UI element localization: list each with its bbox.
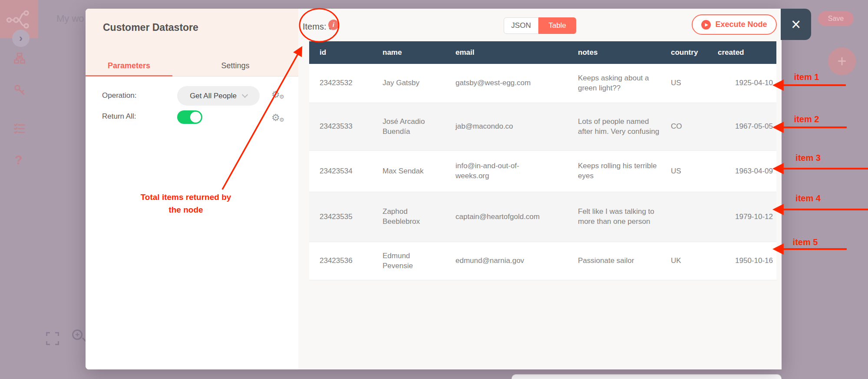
operation-label: Operation: <box>102 91 136 100</box>
col-header-name: name <box>372 41 445 64</box>
cell-id: 23423534 <box>309 166 372 176</box>
cell-created: 1967-05-05 <box>711 122 776 132</box>
chevron-down-icon <box>242 92 248 98</box>
execute-node-button[interactable]: ▶ Execute Node <box>692 14 777 35</box>
tab-settings[interactable]: Settings <box>172 61 298 70</box>
toggle-knob <box>190 112 201 123</box>
panel-header: Customer Datastore Parameters Settings <box>86 9 298 76</box>
executions-checklist-icon[interactable] <box>14 123 25 134</box>
bottom-popup-partial <box>512 374 782 379</box>
execute-node-label: Execute Node <box>715 20 767 29</box>
n8n-logo-glyph <box>6 10 32 29</box>
cell-email: gatsby@west-egg.com <box>445 78 568 88</box>
cell-email: jab@macondo.co <box>445 122 568 132</box>
workflows-sitemap-icon[interactable] <box>14 53 25 64</box>
operation-value: Get All People <box>190 92 237 100</box>
col-header-created: created <box>711 41 776 64</box>
cell-notes: Passionate sailor <box>568 256 664 266</box>
cell-country: CO <box>664 122 711 132</box>
col-header-country: country <box>664 41 711 64</box>
play-glyph: ▶ <box>705 22 709 27</box>
cell-created: 1979-10-12 <box>711 212 776 222</box>
item4-label: item 4 <box>795 193 822 203</box>
table-body: 23423532 Jay Gatsby gatsby@west-egg.com … <box>309 64 776 280</box>
return-all-options-gear-icon[interactable]: ⚙ ⚙ <box>271 112 286 125</box>
col-header-notes: notes <box>568 41 664 64</box>
table-row: 23423534 Max Sendak info@in-and-out-of-w… <box>309 151 776 192</box>
cell-name: Jay Gatsby <box>372 78 445 88</box>
fit-corner <box>55 332 59 336</box>
workflow-title: My wo <box>56 13 84 24</box>
results-table: id name email notes country created 2342… <box>309 41 776 280</box>
cell-created: 1950-10-16 <box>711 256 776 266</box>
cell-name: Zaphod Beeblebrox <box>372 207 445 227</box>
table-view-button[interactable]: Table <box>538 17 576 34</box>
cell-notes: Keeps asking about a green light?? <box>568 73 664 93</box>
active-tab-underline <box>86 75 172 76</box>
table-header-row: id name email notes country created <box>309 41 776 64</box>
fit-corner <box>46 332 50 336</box>
close-icon: × <box>791 15 801 34</box>
fit-corner <box>46 341 50 345</box>
parameters-panel: Customer Datastore Parameters Settings O… <box>86 9 298 369</box>
cell-id: 23423535 <box>309 212 372 222</box>
return-all-toggle[interactable] <box>177 110 202 124</box>
view-toggle: JSON Table <box>504 17 576 34</box>
help-question-icon[interactable]: ? <box>15 153 23 167</box>
save-button[interactable]: Save <box>818 11 854 26</box>
zoom-in-lens: + <box>72 329 83 340</box>
cell-id: 23423536 <box>309 256 372 266</box>
json-view-button[interactable]: JSON <box>504 17 538 34</box>
cell-country: UK <box>664 256 711 266</box>
table-row: 23423532 Jay Gatsby gatsby@west-egg.com … <box>309 64 776 103</box>
gear-icon-small: ⚙ <box>279 116 284 123</box>
operation-options-gear-icon[interactable]: ⚙ ⚙ <box>271 89 286 102</box>
plus-icon: + <box>837 52 846 70</box>
gear-icon-small: ⚙ <box>279 93 284 100</box>
cell-id: 23423532 <box>309 78 372 88</box>
tab-baseline <box>172 76 298 76</box>
cell-created: 1963-04-09 <box>711 166 776 176</box>
col-header-email: email <box>445 41 568 64</box>
item3-label: item 3 <box>795 153 822 163</box>
node-title: Customer Datastore <box>103 22 198 33</box>
cell-name: Edmund Pevensie <box>372 251 445 271</box>
credentials-key-icon[interactable] <box>14 84 25 96</box>
tab-parameters[interactable]: Parameters <box>86 61 172 70</box>
fit-corner <box>55 341 59 345</box>
cell-notes: Lots of people named after him. Very con… <box>568 117 664 137</box>
close-modal-button[interactable]: × <box>781 9 811 40</box>
cell-name: Max Sendak <box>372 166 445 176</box>
item5-label: item 5 <box>780 237 830 247</box>
info-icon-glyph: i <box>333 21 334 28</box>
cell-email: edmund@narnia.gov <box>445 256 568 266</box>
node-detail-modal: Customer Datastore Parameters Settings O… <box>86 9 782 369</box>
cell-name: José Arcadio Buendía <box>372 117 445 137</box>
table-row: 23423536 Edmund Pevensie edmund@narnia.g… <box>309 242 776 280</box>
sidebar-collapse-button[interactable]: › <box>12 30 30 47</box>
return-all-label: Return All: <box>102 112 136 121</box>
save-button-label: Save <box>828 15 844 23</box>
output-panel: Items: 5 i JSON Table ▶ Execute Node id … <box>298 9 782 369</box>
item1-label: item 1 <box>782 72 832 82</box>
play-icon: ▶ <box>701 20 711 30</box>
n8n-app: { "canvas": { "workflow_title": "My wo",… <box>0 0 868 379</box>
cell-email: captain@heartofgold.com <box>445 212 568 222</box>
cell-created: 1925-04-10 <box>711 78 776 88</box>
cell-email: info@in-and-out-of-weeks.org <box>445 161 568 181</box>
gear-icon: ⚙ <box>271 112 280 123</box>
chevron-right-icon: › <box>19 32 23 44</box>
item2-label: item 2 <box>782 114 832 124</box>
col-header-id: id <box>309 41 372 64</box>
info-icon[interactable]: i <box>328 20 339 30</box>
fit-screen-icon[interactable] <box>46 332 59 345</box>
cell-notes: Keeps rolling his terrible eyes <box>568 161 664 181</box>
operation-select[interactable]: Get All People <box>177 86 260 106</box>
cell-id: 23423533 <box>309 122 372 132</box>
table-row: 23423533 José Arcadio Buendía jab@macond… <box>309 103 776 151</box>
cell-country: US <box>664 166 711 176</box>
zoom-to-fit-plus-button[interactable]: + <box>828 47 856 75</box>
zoom-plus-glyph: + <box>75 330 79 339</box>
cell-country: US <box>664 78 711 88</box>
gear-icon: ⚙ <box>271 89 280 100</box>
